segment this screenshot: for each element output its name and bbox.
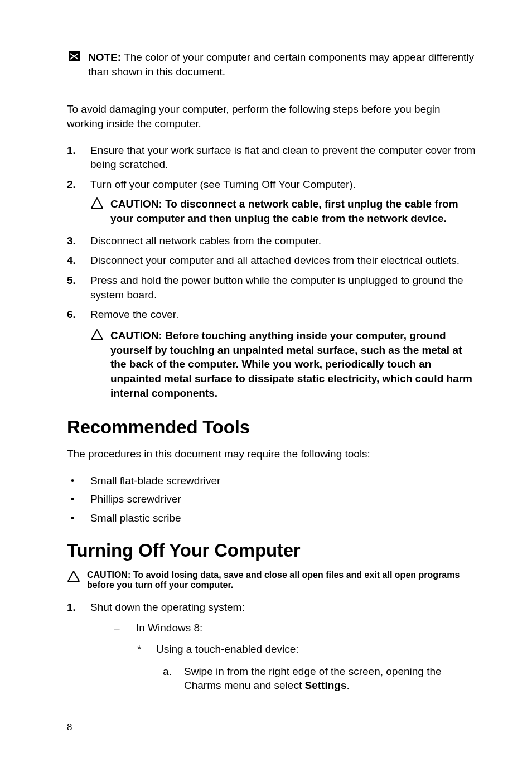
step-text: Shut down the operating system: bbox=[90, 600, 479, 615]
intro-paragraph: To avoid damaging your computer, perform… bbox=[67, 102, 479, 131]
sub-a-post: . bbox=[346, 679, 349, 691]
note-body: The color of your computer and certain c… bbox=[88, 51, 474, 78]
caution-label: CAUTION: bbox=[110, 198, 165, 210]
asterisk-icon: * bbox=[137, 642, 146, 657]
step-number: 1. bbox=[67, 143, 78, 158]
caution-ground: CAUTION: Before touching anything inside… bbox=[90, 329, 479, 400]
steps-list: 1. Ensure that your work surface is flat… bbox=[67, 143, 479, 403]
step-text: Disconnect your computer and all attache… bbox=[90, 253, 479, 268]
list-item: •Phillips screwdriver bbox=[67, 492, 479, 507]
step-number: 2. bbox=[67, 177, 78, 192]
tool-text: Small plastic scribe bbox=[90, 511, 181, 525]
step-number: 5. bbox=[67, 273, 78, 288]
turnoff-step-1: 1. Shut down the operating system: – In … bbox=[67, 600, 479, 693]
caution-text: CAUTION: Before touching anything inside… bbox=[110, 329, 479, 400]
caution-icon bbox=[90, 197, 105, 209]
caution-label: CAUTION: bbox=[110, 330, 165, 341]
step-3: 3. Disconnect all network cables from th… bbox=[67, 234, 479, 248]
list-item: •Small flat-blade screwdriver bbox=[67, 474, 479, 488]
step-2: 2. Turn off your computer (see Turning O… bbox=[67, 177, 479, 228]
step-5: 5. Press and hold the power button while… bbox=[67, 273, 479, 302]
step-6: 6. Remove the cover. CAUTION: Before tou… bbox=[67, 307, 479, 402]
step-number: 4. bbox=[67, 253, 78, 268]
bullet-icon: • bbox=[67, 511, 78, 525]
bullet-icon: • bbox=[67, 474, 78, 488]
letter-marker: a. bbox=[163, 664, 174, 679]
turnoff-steps: 1. Shut down the operating system: – In … bbox=[67, 600, 479, 693]
note-text: NOTE: The color of your computer and cer… bbox=[88, 50, 479, 79]
caution-body: To avoid losing data, save and close all… bbox=[87, 570, 460, 590]
step-number: 3. bbox=[67, 234, 78, 248]
caution-icon bbox=[67, 570, 81, 582]
caution-icon bbox=[90, 329, 105, 341]
step-4: 4. Disconnect your computer and all atta… bbox=[67, 253, 479, 268]
heading-turning-off: Turning Off Your Computer bbox=[67, 540, 479, 561]
sub-item-dash: – In Windows 8: bbox=[114, 621, 479, 635]
sub-text: Swipe in from the right edge of the scre… bbox=[184, 664, 479, 693]
sub-a-bold: Settings bbox=[305, 679, 347, 691]
page-number: 8 bbox=[67, 722, 72, 733]
dash-icon: – bbox=[114, 621, 125, 635]
caution-body: Before touching anything inside your com… bbox=[110, 330, 472, 399]
list-item: •Small plastic scribe bbox=[67, 511, 479, 525]
sub-item-a: a. Swipe in from the right edge of the s… bbox=[163, 664, 479, 693]
sub-item-star: * Using a touch-enabled device: bbox=[137, 642, 479, 657]
step-text: Press and hold the power button while th… bbox=[90, 273, 479, 302]
caution-text: CAUTION: To disconnect a network cable, … bbox=[110, 197, 479, 225]
sub-text: Using a touch-enabled device: bbox=[156, 642, 299, 657]
note-label: NOTE: bbox=[88, 51, 121, 63]
step-number: 6. bbox=[67, 307, 78, 322]
caution-text: CAUTION: To avoid losing data, save and … bbox=[87, 570, 479, 590]
tool-text: Phillips screwdriver bbox=[90, 492, 181, 507]
sub-text: In Windows 8: bbox=[136, 621, 202, 635]
step-text: Ensure that your work surface is flat an… bbox=[90, 143, 479, 172]
tools-list: •Small flat-blade screwdriver •Phillips … bbox=[67, 474, 479, 525]
step-text: Turn off your computer (see Turning Off … bbox=[90, 177, 479, 192]
step-text: Remove the cover. bbox=[90, 307, 479, 322]
caution-label: CAUTION: bbox=[87, 570, 133, 580]
caution-network: CAUTION: To disconnect a network cable, … bbox=[90, 197, 479, 225]
step-number: 1. bbox=[67, 600, 78, 615]
tools-intro: The procedures in this document may requ… bbox=[67, 447, 479, 461]
bullet-icon: • bbox=[67, 492, 78, 507]
note-icon bbox=[67, 50, 81, 62]
note-block: NOTE: The color of your computer and cer… bbox=[67, 50, 479, 91]
caution-data-loss: CAUTION: To avoid losing data, save and … bbox=[67, 570, 479, 590]
step-text: Disconnect all network cables from the c… bbox=[90, 234, 479, 248]
tool-text: Small flat-blade screwdriver bbox=[90, 474, 220, 488]
heading-recommended-tools: Recommended Tools bbox=[67, 417, 479, 438]
step-1: 1. Ensure that your work surface is flat… bbox=[67, 143, 479, 172]
